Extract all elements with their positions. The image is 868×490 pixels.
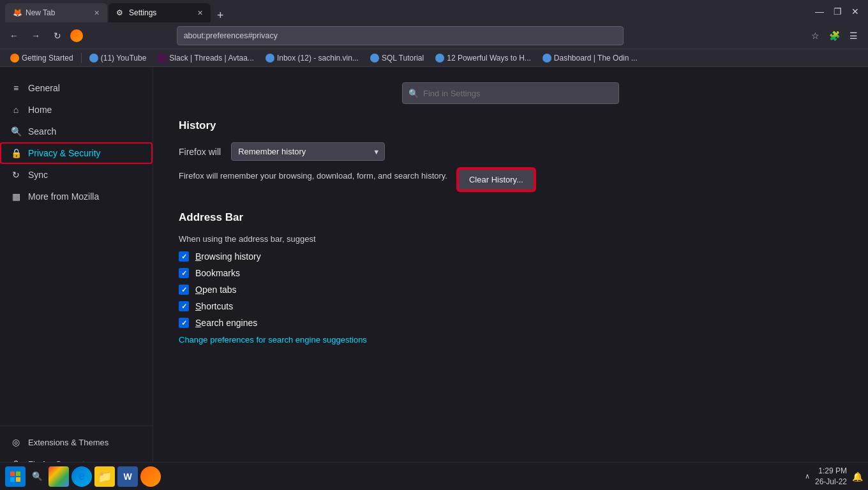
tab-new-tab[interactable]: 🦊 New Tab ✕ [5, 3, 107, 22]
bookmark-sep-1 [81, 53, 82, 63]
bookmark-youtube-icon [89, 54, 98, 63]
bookmark-sql-icon [370, 54, 379, 63]
address-bar-section-title: Address Bar [179, 211, 842, 224]
find-settings-input[interactable] [402, 82, 619, 104]
sidebar-item-sync[interactable]: ↻ Sync [0, 164, 153, 186]
taskbar-chrome-icon[interactable] [49, 466, 69, 487]
windows-logo-icon [10, 471, 20, 482]
bookmark-dashboard[interactable]: Dashboard | The Odin ... [537, 52, 643, 64]
taskbar: 🔍 e 📁 W ∧ 1:29 PM 26-Jul-22 🔔 [0, 462, 868, 490]
checkbox-bookmarks[interactable] [179, 268, 189, 278]
tab-new-tab-close[interactable]: ✕ [94, 9, 100, 17]
find-bar: 🔍 [179, 82, 842, 104]
svg-rect-3 [16, 477, 20, 482]
taskbar-word-icon[interactable]: W [117, 466, 138, 487]
sidebar-item-privacy-security-label: Privacy & Security [28, 148, 101, 158]
address-bar-subtitle: When using the address bar, suggest [179, 234, 842, 244]
checkbox-open-tabs[interactable] [179, 285, 189, 295]
main-layout: ≡ General ⌂ Home 🔍 Search 🔒 Privacy & Se… [0, 67, 868, 490]
firefox-will-label: Firefox will [179, 147, 221, 157]
history-description: Firefox will remember your browsing, dow… [179, 171, 447, 181]
sidebar-item-privacy-security[interactable]: 🔒 Privacy & Security [0, 142, 153, 164]
sidebar: ≡ General ⌂ Home 🔍 Search 🔒 Privacy & Se… [0, 67, 153, 490]
sidebar-item-extensions-themes[interactable]: ◎ Extensions & Themes [0, 431, 153, 453]
chevron-up-icon[interactable]: ∧ [805, 472, 810, 480]
address-text: about:preferences#privacy [184, 31, 278, 40]
bookmark-youtube[interactable]: (11) YouTube [84, 52, 152, 64]
tab-settings[interactable]: ⚙ Settings ✕ [108, 3, 211, 22]
menu-button[interactable]: ☰ [845, 27, 863, 45]
extensions-themes-icon: ◎ [10, 436, 22, 448]
find-icon: 🔍 [408, 89, 419, 98]
sidebar-item-home[interactable]: ⌂ Home [0, 99, 153, 121]
taskbar-search-button[interactable]: 🔍 [28, 468, 46, 486]
sync-icon: ↻ [10, 169, 22, 181]
bookmark-getting-started-icon [10, 54, 19, 63]
checkbox-bookmarks-label: Bookmarks [195, 268, 240, 278]
bookmark-getting-started-label: Getting Started [22, 54, 73, 63]
sidebar-item-more-mozilla[interactable]: ▦ More from Mozilla [0, 186, 153, 207]
history-dropdown[interactable]: Remember history Never remember history … [231, 142, 385, 161]
bookmark-powerful-icon [435, 54, 444, 63]
sidebar-nav-section: ≡ General ⌂ Home 🔍 Search 🔒 Privacy & Se… [0, 77, 153, 426]
history-section: History Firefox will Remember history Ne… [179, 119, 842, 191]
home-icon: ⌂ [10, 104, 22, 115]
window-controls: — ❐ ✕ [812, 4, 863, 19]
general-icon: ≡ [10, 82, 22, 94]
bookmark-sql[interactable]: SQL Tutorial [365, 52, 429, 64]
sidebar-item-general[interactable]: ≡ General [0, 77, 153, 99]
bookmark-inbox-icon [266, 54, 274, 63]
taskbar-explorer-icon[interactable]: 📁 [94, 466, 115, 487]
tab-new-tab-label: New Tab [26, 8, 55, 17]
tab-strip: 🦊 New Tab ✕ ⚙ Settings ✕ + [5, 0, 229, 22]
history-desc-row: Firefox will remember your browsing, dow… [179, 168, 842, 191]
close-button[interactable]: ✕ [848, 4, 863, 19]
svg-rect-1 [16, 471, 20, 476]
svg-rect-0 [10, 471, 15, 476]
address-bar-section: Address Bar When using the address bar, … [179, 211, 842, 345]
bookmark-powerful[interactable]: 12 Powerful Ways to H... [430, 52, 536, 64]
more-mozilla-icon: ▦ [10, 191, 22, 202]
settings-content: 🔍 History Firefox will Remember history … [153, 67, 868, 490]
sidebar-item-more-mozilla-label: More from Mozilla [28, 191, 99, 202]
privacy-security-icon: 🔒 [10, 147, 22, 159]
extensions-button[interactable]: 🧩 [826, 27, 844, 45]
start-button[interactable] [5, 466, 26, 487]
bookmarks-bar: Getting Started (11) YouTube Slack | Thr… [0, 49, 868, 67]
taskbar-firefox-icon[interactable] [140, 466, 161, 487]
history-section-title: History [179, 119, 842, 132]
forward-button[interactable]: → [27, 27, 45, 45]
checkbox-row-search-engines: Search engines [179, 318, 842, 328]
refresh-button[interactable]: ↻ [49, 27, 66, 45]
back-button[interactable]: ← [5, 27, 23, 45]
checkbox-open-tabs-label: Open tabs [195, 285, 237, 295]
bookmark-sql-label: SQL Tutorial [382, 54, 424, 63]
notification-button[interactable]: 🔔 [852, 471, 863, 482]
maximize-button[interactable]: ❐ [830, 4, 845, 19]
settings-tab-icon: ⚙ [116, 8, 125, 17]
checkbox-browsing-history-label: Browsing history [195, 251, 261, 262]
bookmark-slack-icon [158, 54, 167, 63]
tab-settings-label: Settings [129, 8, 156, 17]
checkbox-search-engines[interactable] [179, 318, 189, 328]
bookmark-slack[interactable]: Slack | Threads | Avtaa... [153, 52, 259, 64]
tab-settings-close[interactable]: ✕ [197, 9, 203, 17]
checkbox-browsing-history[interactable] [179, 251, 189, 262]
taskbar-date-display: 26-Jul-22 [815, 477, 847, 487]
sidebar-item-extensions-themes-label: Extensions & Themes [28, 438, 108, 447]
history-select-wrapper: Remember history Never remember history … [231, 142, 385, 161]
address-input[interactable]: about:preferences#privacy [177, 26, 624, 45]
bookmark-inbox-label: Inbox (12) - sachin.vin... [277, 54, 359, 63]
change-preferences-link[interactable]: Change preferences for search engine sug… [179, 335, 367, 345]
bookmark-getting-started[interactable]: Getting Started [5, 52, 79, 64]
clear-history-button[interactable]: Clear History... [458, 168, 535, 191]
new-tab-button[interactable]: + [212, 9, 229, 22]
bookmark-inbox[interactable]: Inbox (12) - sachin.vin... [260, 52, 364, 64]
minimize-button[interactable]: — [812, 4, 827, 19]
sidebar-item-general-label: General [28, 83, 60, 93]
sidebar-item-search[interactable]: 🔍 Search [0, 121, 153, 142]
bookmark-button[interactable]: ☆ [807, 27, 825, 45]
address-bar[interactable]: about:preferences#privacy [177, 26, 624, 45]
checkbox-shortcuts[interactable] [179, 301, 189, 311]
taskbar-edge-icon[interactable]: e [71, 466, 92, 487]
